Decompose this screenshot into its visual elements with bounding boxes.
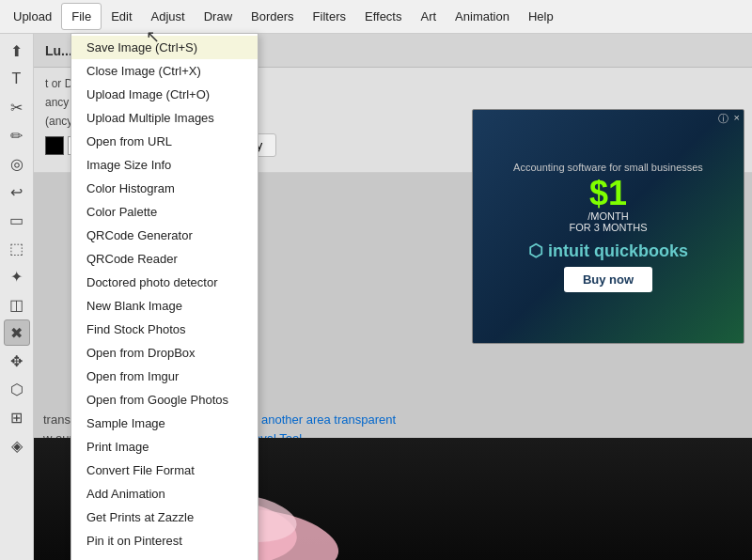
menu-animation[interactable]: Animation	[446, 4, 519, 29]
menu-add-animation[interactable]: Add Animation	[71, 482, 258, 506]
menu-file[interactable]: File	[61, 3, 102, 30]
ad-price: $1	[589, 177, 627, 210]
close-tool-btn[interactable]: ✖	[4, 319, 30, 346]
grid-tool-btn[interactable]: ⊞	[4, 404, 30, 430]
shape-tool-btn[interactable]: ⬡	[4, 376, 30, 402]
menu-edit[interactable]: Edit	[102, 4, 141, 29]
menu-qrcode-reader[interactable]: QRCode Reader	[71, 247, 258, 271]
menu-save-image[interactable]: Save Image (Ctrl+S)	[71, 36, 258, 59]
menu-open-google-photos[interactable]: Open from Google Photos	[71, 388, 258, 412]
menu-adjust[interactable]: Adjust	[142, 4, 195, 29]
rect-tool-btn[interactable]: ▭	[4, 207, 30, 233]
select-tool-btn[interactable]: ⬚	[4, 235, 30, 261]
menu-convert[interactable]: Convert File Format	[71, 459, 258, 482]
ad-logo: ⬡ intuit quickbooks	[528, 241, 688, 261]
menu-help[interactable]: Help	[519, 4, 563, 29]
menu-size-info[interactable]: Image Size Info	[71, 153, 258, 177]
circle-tool-btn[interactable]: ◎	[4, 150, 30, 177]
menu-facebook[interactable]: Post on FaceBook	[71, 552, 258, 560]
menu-zazzle[interactable]: Get Prints at Zazzle	[71, 506, 258, 529]
layer-tool-btn[interactable]: ◫	[4, 291, 30, 318]
wand-tool-btn[interactable]: ✦	[4, 263, 30, 289]
undo-tool-btn[interactable]: ↩	[4, 179, 30, 205]
menu-upload-image[interactable]: Upload Image (Ctrl+O)	[71, 83, 258, 106]
pencil-tool-btn[interactable]: ✏	[4, 122, 30, 148]
ad-close-btn[interactable]: ×	[734, 112, 740, 123]
ad-banner: × ⓘ Accounting software for small busine…	[472, 109, 744, 344]
menu-borders[interactable]: Borders	[242, 4, 304, 29]
menu-upload[interactable]: Upload	[4, 4, 61, 29]
file-dropdown: Save Image (Ctrl+S) Close Image (Ctrl+X)…	[70, 33, 258, 560]
text-tool-btn[interactable]: T	[4, 66, 30, 92]
menu-qrcode-gen[interactable]: QRCode Generator	[71, 224, 258, 247]
move-tool-btn[interactable]: ✥	[4, 348, 30, 374]
menu-color-histogram[interactable]: Color Histogram	[71, 177, 258, 200]
swatch-black	[45, 136, 64, 155]
menu-sample-image[interactable]: Sample Image	[71, 412, 258, 435]
ad-buy-button[interactable]: Buy now	[564, 267, 652, 292]
menu-doctored-detector[interactable]: Doctored photo detector	[71, 271, 258, 294]
menu-filters[interactable]: Filters	[304, 4, 355, 29]
menu-stock-photos[interactable]: Find Stock Photos	[71, 318, 258, 341]
scissors-tool-btn[interactable]: ✂	[4, 94, 30, 120]
ad-title: Accounting software for small businesses	[513, 162, 703, 173]
menu-effects[interactable]: Effects	[355, 4, 412, 29]
menu-color-palette[interactable]: Color Palette	[71, 200, 258, 224]
menu-art[interactable]: Art	[411, 4, 446, 29]
toolbar-left: ⬆ T ✂ ✏ ◎ ↩ ▭ ⬚ ✦ ◫ ✖ ✥ ⬡ ⊞ ◈	[0, 34, 34, 560]
ad-period: /MONTH FOR 3 MONTHS	[569, 210, 647, 233]
menubar: Upload File Edit Adjust Draw Borders Fil…	[0, 0, 752, 34]
menu-pinterest[interactable]: Pin it on Pinterest	[71, 529, 258, 552]
ad-content: × ⓘ Accounting software for small busine…	[473, 110, 744, 343]
menu-draw[interactable]: Draw	[195, 4, 242, 29]
menu-open-url[interactable]: Open from URL	[71, 130, 258, 153]
menu-open-dropbox[interactable]: Open from DropBox	[71, 341, 258, 365]
menu-print[interactable]: Print Image	[71, 435, 258, 459]
ad-info-btn[interactable]: ⓘ	[718, 112, 728, 126]
menu-open-imgur[interactable]: Open from Imgur	[71, 365, 258, 388]
menu-upload-multiple[interactable]: Upload Multiple Images	[71, 106, 258, 130]
menu-close-image[interactable]: Close Image (Ctrl+X)	[71, 59, 258, 83]
menu-new-blank[interactable]: New Blank Image	[71, 294, 258, 318]
extra-tool-btn[interactable]: ◈	[4, 432, 30, 459]
upload-tool-btn[interactable]: ⬆	[4, 38, 30, 64]
